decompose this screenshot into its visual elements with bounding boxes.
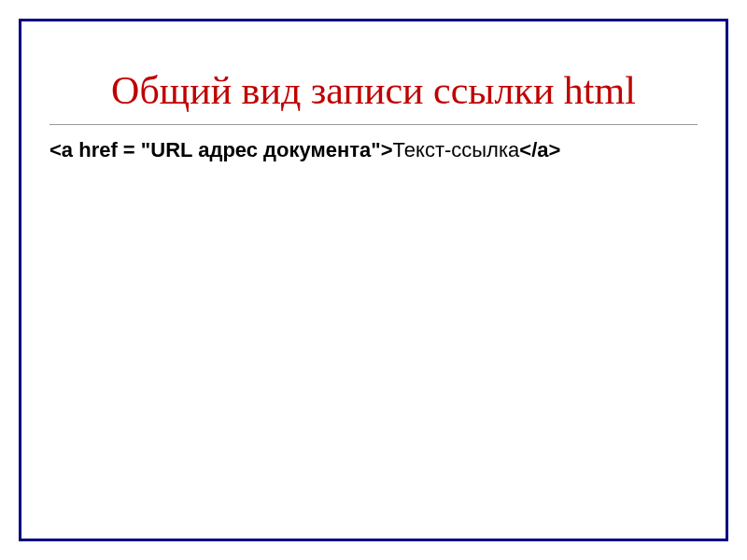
code-example: <a href = "URL адрес документа">Текст-сс… [49, 136, 698, 165]
code-close-tag: </a> [519, 138, 560, 161]
slide-title: Общий вид записи ссылки html [49, 49, 698, 124]
title-divider [49, 124, 698, 125]
code-open-tag: <a href = "URL адрес документа"> [49, 138, 393, 161]
slide-frame: Общий вид записи ссылки html <a href = "… [19, 19, 728, 541]
code-link-text: Текст-ссылка [393, 138, 520, 161]
